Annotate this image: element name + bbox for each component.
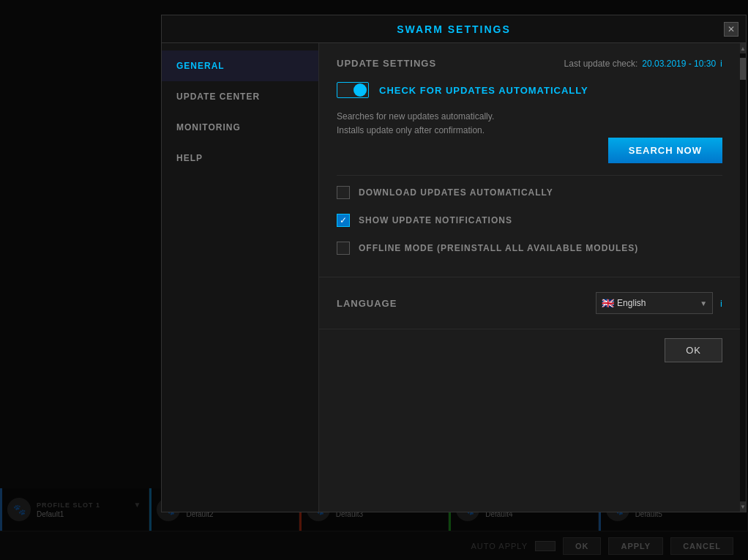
language-flag: 🇬🇧 bbox=[602, 297, 614, 309]
auto-check-toggle[interactable] bbox=[337, 82, 369, 98]
last-update-meta: Last update check: 20.03.2019 - 10:30 i bbox=[564, 58, 722, 69]
modal-body: GENERAL UPDATE CENTER MONITORING HELP UP… bbox=[162, 43, 746, 512]
auto-check-description: Searches for new updates automatically. … bbox=[337, 110, 722, 163]
ok-button[interactable]: OK bbox=[665, 338, 722, 362]
download-auto-checkbox[interactable] bbox=[337, 186, 350, 199]
show-notifications-row: SHOW UPDATE NOTIFICATIONS bbox=[337, 206, 722, 234]
sidebar-item-monitoring[interactable]: MONITORING bbox=[162, 112, 318, 143]
sidebar: GENERAL UPDATE CENTER MONITORING HELP bbox=[162, 43, 319, 512]
description-line-2: Installs update only after confirmation. bbox=[337, 124, 722, 138]
offline-mode-row: OFFLINE MODE (PREINSTALL ALL AVAILABLE M… bbox=[337, 234, 722, 262]
scrollbar-track: ▲ ▼ bbox=[740, 43, 746, 512]
modal-footer: OK bbox=[319, 329, 740, 371]
scroll-up-button[interactable]: ▲ bbox=[740, 43, 746, 53]
show-notifications-label: SHOW UPDATE NOTIFICATIONS bbox=[359, 215, 512, 225]
modal-close-button[interactable]: ✕ bbox=[724, 22, 738, 37]
modal-title: SWARM SETTINGS bbox=[397, 23, 511, 35]
settings-modal: SWARM SETTINGS ✕ GENERAL UPDATE CENTER M… bbox=[161, 15, 747, 512]
scroll-down-button[interactable]: ▼ bbox=[740, 501, 746, 512]
scrollbar-thumb[interactable] bbox=[740, 58, 746, 80]
update-info-icon[interactable]: i bbox=[720, 58, 722, 69]
main-content: UPDATE SETTINGS Last update check: 20.03… bbox=[319, 43, 740, 512]
offline-mode-checkbox[interactable] bbox=[337, 242, 350, 255]
toggle-knob bbox=[354, 83, 367, 97]
language-section: LANGUAGE 🇬🇧 English German French Spanis… bbox=[319, 277, 740, 329]
update-settings-title: UPDATE SETTINGS bbox=[337, 58, 436, 69]
language-info-icon[interactable]: i bbox=[720, 298, 722, 309]
auto-check-toggle-row: CHECK FOR UPDATES AUTOMATICALLY bbox=[337, 82, 722, 98]
offline-mode-label: OFFLINE MODE (PREINSTALL ALL AVAILABLE M… bbox=[359, 243, 638, 253]
sidebar-item-update-center[interactable]: UPDATE CENTER bbox=[162, 81, 318, 112]
sidebar-item-help[interactable]: HELP bbox=[162, 143, 318, 173]
modal-title-bar: SWARM SETTINGS ✕ bbox=[162, 15, 746, 43]
last-update-label: Last update check: bbox=[564, 59, 638, 69]
last-update-date: 20.03.2019 - 10:30 bbox=[642, 59, 716, 69]
section-header: UPDATE SETTINGS Last update check: 20.03… bbox=[337, 58, 722, 69]
search-now-button[interactable]: SEARCH NOW bbox=[608, 138, 722, 163]
divider bbox=[337, 175, 722, 176]
show-notifications-checkbox[interactable] bbox=[337, 214, 350, 227]
auto-check-label: CHECK FOR UPDATES AUTOMATICALLY bbox=[379, 85, 588, 96]
download-auto-label: DOWNLOAD UPDATES AUTOMATICALLY bbox=[359, 187, 553, 198]
description-line-1: Searches for new updates automatically. bbox=[337, 110, 722, 124]
language-select-wrapper: 🇬🇧 English German French Spanish Italian bbox=[596, 292, 713, 314]
sidebar-item-general[interactable]: GENERAL bbox=[162, 51, 318, 81]
language-right: 🇬🇧 English German French Spanish Italian… bbox=[596, 292, 722, 314]
download-auto-row: DOWNLOAD UPDATES AUTOMATICALLY bbox=[337, 179, 722, 206]
language-title: LANGUAGE bbox=[337, 298, 397, 309]
update-settings-section: UPDATE SETTINGS Last update check: 20.03… bbox=[319, 43, 740, 277]
